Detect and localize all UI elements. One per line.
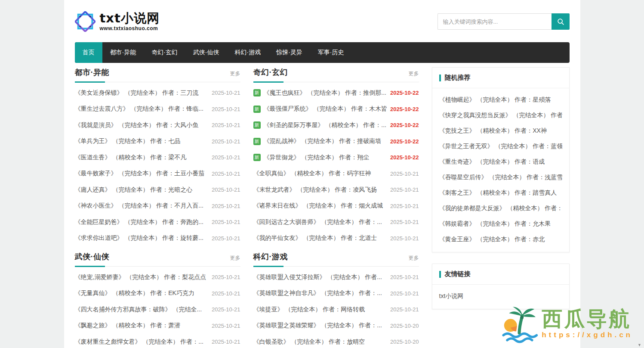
book-date: 2025-10-21 [390,306,419,313]
book-link[interactable]: 《混乱战神》 （完结全本） 作者：撞破南墙 [264,137,387,145]
sections-grid: 都市·异能 更多 《美女近身保镖》 （完结全本） 作者：三刀流 2025-10-… [75,67,419,348]
book-link[interactable]: 《单兵为王》 （完结全本） 作者：七品 [75,137,209,145]
book-date: 2025-10-22 [390,90,419,96]
recommend-link[interactable]: 《快穿之我真没想当反派》 （完结全本） 作者... [439,107,562,123]
book-link[interactable]: 《重生过去震八方》 （完结全本） 作者：锋临... [75,105,209,113]
book-date: 2025-10-21 [212,274,240,280]
book-link[interactable]: 《神农小医生》 （完结全本） 作者：不月入百... [75,202,209,210]
book-date: 2025-10-21 [212,90,240,96]
book-section: 武侠·仙侠 更多 《绝宠,溺爱娇妻》 （完结全本） 作者：梨花点点 2025-1… [75,252,240,348]
book-row: 《埃提亚》 （完结全本） 作者：网络转载 2025-10-21 [253,301,419,318]
book-row: 《诸界末日在线》 （完结全本） 作者：烟火成城 2025-10-21 [253,198,419,214]
site-name: txt小说网 [100,12,160,25]
book-link[interactable]: 《全职真仙》 （精校全本） 作者：码字狂神 [253,170,387,177]
book-link[interactable]: 《我的半仙女友》 （完结全本） 作者：北道士 [253,234,387,242]
book-row: 《飘邈之旅》 （精校全本） 作者：萧潜 2025-10-21 [75,318,240,334]
book-link[interactable]: 《英雄联盟入侵艾泽拉斯》 （完结全本） 作者... [253,273,387,281]
book-link[interactable]: 《最牛败家子》 （完结全本） 作者：土豆小番茄 [75,170,209,177]
section-header: 都市·异能 更多 [75,67,240,82]
section-title: 武侠·仙侠 [75,252,110,262]
book-date: 2025-10-21 [212,203,240,209]
nav-item[interactable]: 科幻·游戏 [227,42,269,63]
watermark-url: https://xgdh.cn [542,331,633,339]
book-link[interactable]: 《埃提亚》 （完结全本） 作者：网络转载 [253,306,387,314]
book-link[interactable]: 《绝宠,溺爱娇妻》 （完结全本） 作者：梨花点点 [75,273,209,281]
book-section: 奇幻·玄幻 更多 新 《魔王也疯狂》 （完结全本） 作者：推倒那... 2025… [253,67,419,246]
site-url: www.txtxiaoshuo.com [100,25,160,31]
book-link[interactable]: 《无量真仙》 （精校全本） 作者：EK巧克力 [75,289,209,297]
section-title: 都市·异能 [75,67,110,78]
book-date: 2025-10-21 [212,171,240,177]
new-badge: 新 [253,138,261,145]
book-link[interactable]: 《飘邈之旅》 （精校全本） 作者：萧潜 [75,322,209,329]
recommend-card: 随机推荐 《植物崛起》 （完结全本） 作者：星殒落《快穿之我真没想当反派》 （完… [432,67,570,252]
scroll-hint-icon[interactable]: ▼ [638,343,641,347]
book-link[interactable]: 《四大名捕外传方邪真故事：破阵》 （完结全... [75,306,209,314]
page-container: txt小说网 www.txtxiaoshuo.com 首页都市·异能奇幻·玄幻武… [64,0,580,348]
recommend-link[interactable]: 《我的徒弟都是大反派》 （精校全本） 作者：... [439,200,562,216]
book-link[interactable]: 《剑圣的星际万事屋》 （精校全本） 作者：... [264,121,387,129]
nav-item[interactable]: 首页 [75,42,102,63]
book-list: 新 《魔王也疯狂》 （完结全本） 作者：推倒那... 2025-10-22 新 … [253,82,419,246]
section-header: 武侠·仙侠 更多 [75,252,240,267]
accent-bar-icon [439,271,441,278]
book-date: 2025-10-21 [212,235,240,242]
book-row: 《废材重生之彪悍女君》 （完结全本） 作者：... 2025-10-21 [75,334,240,348]
recommend-link[interactable]: 《韩娱霸者》 （完结全本） 作者：允木果 [439,216,562,231]
book-link[interactable]: 《英雄联盟之神自非凡》 （完结全本） 作者：... [253,289,387,297]
recommend-link[interactable]: 《异世之王者无双》 （完结全本） 作者：蓝领... [439,138,562,154]
recommend-link[interactable]: 《黄金王座》 （完结全本） 作者：赤北 [439,231,562,247]
book-link[interactable]: 《全能巨星奶爸》 （完结全本） 作者：奔跑的... [75,218,209,226]
search-box [438,13,570,30]
book-date: 2025-10-21 [212,219,240,225]
section-more-link[interactable]: 更多 [230,70,240,78]
search-button[interactable] [552,13,570,30]
section-more-link[interactable]: 更多 [409,70,419,78]
friend-link[interactable]: txt小说网 [439,287,562,304]
nav-item[interactable]: 武侠·仙侠 [185,42,227,63]
book-row: 《单兵为王》 （完结全本） 作者：七品 2025-10-21 [75,134,240,150]
book-date: 2025-10-21 [390,219,419,225]
book-link[interactable]: 《最强僵尸系统》 （完结全本） 作者：木木皆 [264,105,387,113]
book-link[interactable]: 《末世龙武者》 （完结全本） 作者：凌风飞扬 [253,186,387,194]
book-link[interactable]: 《医道生香》 （精校全本） 作者：梁不凡 [75,154,209,162]
recommend-list: 《植物崛起》 （完结全本） 作者：星殒落《快穿之我真没想当反派》 （完结全本） … [432,88,569,252]
book-link[interactable]: 《异世御龙》 （完结全本） 作者：翔尘 [264,154,387,162]
new-badge: 新 [253,154,261,161]
book-link[interactable]: 《魔王也疯狂》 （完结全本） 作者：推倒那... [264,89,387,97]
book-row: 新 《剑圣的星际万事屋》 （精校全本） 作者：... 2025-10-22 [253,117,419,134]
nav-item[interactable]: 都市·异能 [102,42,144,63]
book-link[interactable]: 《白银圣歌》 （完结全本） 作者：放晴空 [253,338,387,346]
book-date: 2025-10-22 [390,138,419,145]
section-more-link[interactable]: 更多 [230,255,240,262]
book-row: 《我的半仙女友》 （完结全本） 作者：北道士 2025-10-21 [253,230,419,247]
book-link[interactable]: 《诸界末日在线》 （完结全本） 作者：烟火成城 [253,202,387,210]
nav-item[interactable]: 奇幻·玄幻 [144,42,185,63]
book-link[interactable]: 《废材重生之彪悍女君》 （完结全本） 作者：... [75,338,209,346]
book-row: 《无量真仙》 （精校全本） 作者：EK巧克力 2025-10-21 [75,286,240,302]
recommend-link[interactable]: 《刺客之王》 （精校全本） 作者：踏雪真人 [439,185,562,200]
recommend-link[interactable]: 《重生奇迹》 （完结全本） 作者：语成 [439,154,562,169]
nav-item[interactable]: 军事·历史 [310,42,352,63]
site-logo[interactable]: txt小说网 www.txtxiaoshuo.com [75,11,160,32]
logo-icon [75,11,96,32]
recommend-link[interactable]: 《吞噬星空后传》 （完结全本） 作者：浅蓝雪... [439,169,562,185]
book-link[interactable]: 《英雄联盟之英雄荣耀》 （完结全本） 作者：... [253,322,387,329]
book-link[interactable]: 《回到远古之大驯兽师》 （完结全本） 作者：... [253,218,387,226]
book-row: 新 《魔王也疯狂》 （完结全本） 作者：推倒那... 2025-10-22 [253,85,419,101]
nav-item[interactable]: 惊悚·灵异 [268,42,310,63]
recommend-link[interactable]: 《竞技之王》 （精校全本） 作者：XX神 [439,123,562,138]
recommend-link[interactable]: 《植物崛起》 （完结全本） 作者：星殒落 [439,92,562,107]
book-link[interactable]: 《庸人还真》 （完结全本） 作者：光暗之心 [75,186,209,194]
book-date: 2025-10-22 [390,154,419,161]
friend-links-title: 友情链接 [445,270,471,278]
search-input[interactable] [438,13,552,30]
book-date: 2025-10-21 [390,171,419,177]
section-more-link[interactable]: 更多 [409,255,419,262]
book-link[interactable]: 《求求你出道吧》 （完结全本） 作者：旋转蘑... [75,234,209,242]
book-link[interactable]: 《我就是演员》 （完结全本） 作者：大风小鱼 [75,121,209,129]
book-row: 新 《混乱战神》 （完结全本） 作者：撞破南墙 2025-10-22 [253,134,419,150]
book-link[interactable]: 《美女近身保镖》 （完结全本） 作者：三刀流 [75,89,209,97]
section-title: 科幻·游戏 [253,252,288,262]
book-list: 《绝宠,溺爱娇妻》 （完结全本） 作者：梨花点点 2025-10-21 《无量真… [75,267,240,348]
